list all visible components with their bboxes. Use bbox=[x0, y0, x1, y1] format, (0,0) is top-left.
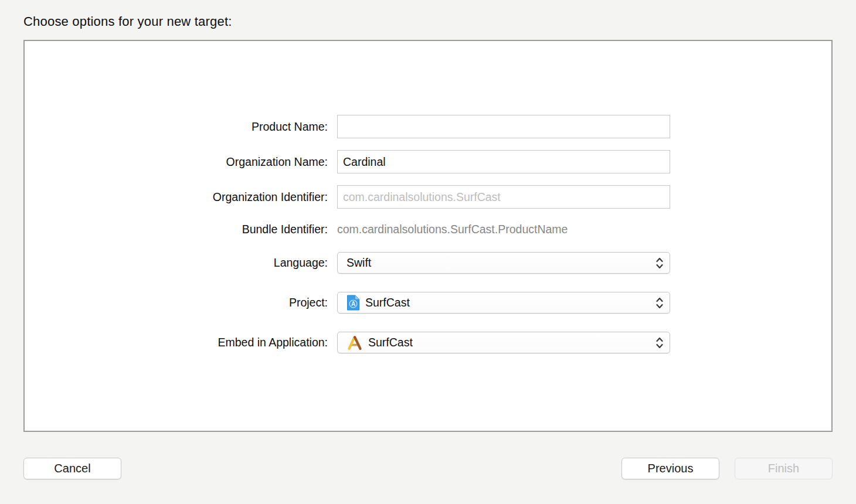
previous-button[interactable]: Previous bbox=[621, 458, 719, 479]
cancel-button[interactable]: Cancel bbox=[23, 458, 121, 479]
chevron-up-down-icon bbox=[655, 256, 664, 270]
embed-in-application-popup[interactable]: SurfCast bbox=[337, 332, 670, 353]
form-row-language: Language: Swift bbox=[25, 252, 831, 274]
form-row-product-name: Product Name: bbox=[25, 115, 831, 138]
xcode-project-icon: A bbox=[347, 295, 360, 311]
organization-name-label: Organization Name: bbox=[25, 155, 337, 169]
page-title: Choose options for your new target: bbox=[23, 14, 232, 29]
form-row-embed-in-application: Embed in Application: SurfCast bbox=[25, 332, 831, 353]
product-name-label: Product Name: bbox=[25, 120, 337, 134]
chevron-up-down-icon bbox=[655, 335, 664, 350]
bundle-identifier-label: Bundle Identifier: bbox=[25, 223, 337, 236]
product-name-input[interactable] bbox=[337, 115, 670, 138]
embed-in-application-label: Embed in Application: bbox=[25, 336, 337, 349]
chevron-up-down-icon bbox=[655, 295, 664, 310]
project-popup[interactable]: A SurfCast bbox=[337, 292, 670, 314]
organization-identifier-input[interactable] bbox=[337, 185, 670, 209]
target-options-panel: Product Name: Organization Name: Organiz… bbox=[23, 40, 833, 432]
form-row-project: Project: A SurfCast bbox=[25, 292, 831, 314]
language-popup[interactable]: Swift bbox=[337, 252, 670, 274]
form-row-bundle-identifier: Bundle Identifier: com.cardinalsolutions… bbox=[25, 217, 831, 241]
project-popup-value: SurfCast bbox=[365, 296, 410, 309]
language-popup-value: Swift bbox=[347, 256, 371, 270]
organization-identifier-label: Organization Identifier: bbox=[25, 190, 337, 204]
form-row-organization-identifier: Organization Identifier: bbox=[25, 185, 831, 209]
application-icon bbox=[347, 335, 363, 350]
language-label: Language: bbox=[25, 256, 337, 270]
finish-button[interactable]: Finish bbox=[735, 458, 833, 479]
form-row-organization-name: Organization Name: bbox=[25, 150, 831, 173]
embed-in-application-popup-value: SurfCast bbox=[368, 336, 413, 349]
svg-text:A: A bbox=[351, 301, 355, 307]
organization-name-input[interactable] bbox=[337, 150, 670, 173]
bundle-identifier-value: com.cardinalsolutions.SurfCast.ProductNa… bbox=[337, 223, 568, 236]
project-label: Project: bbox=[25, 296, 337, 309]
